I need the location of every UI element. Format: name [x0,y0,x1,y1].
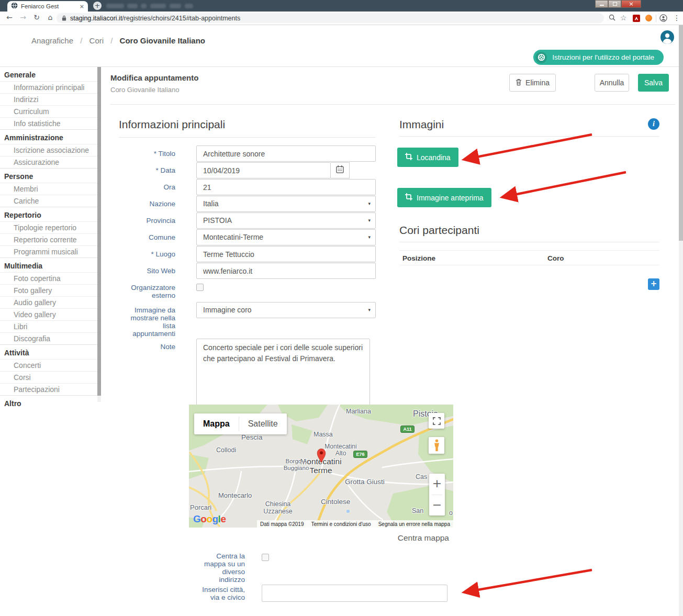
user-avatar[interactable] [660,30,674,44]
map-marker-icon[interactable] [316,447,327,463]
sidebar-item-repertorio-corrente[interactable]: Repertorio corrente [0,233,97,245]
sito-web-input[interactable] [196,263,376,279]
bookmark-star-icon[interactable]: ☆ [620,14,627,22]
luogo-input[interactable] [196,246,376,262]
sidebar-item-assicurazione[interactable]: Assicurazione [0,156,97,168]
sidebar-item-audio-gallery[interactable]: Audio gallery [0,296,97,308]
comune-select[interactable]: Montecatini-Terme▾ [196,229,376,245]
orange-extension-icon[interactable] [645,15,652,21]
maximize-button[interactable] [608,0,621,8]
sidebar-item-corsi[interactable]: Corsi [0,371,97,383]
new-tab-button[interactable]: + [93,2,102,10]
sidebar-item-tipologie-repertorio[interactable]: Tipologie repertorio [0,221,97,233]
sidebar-item-programmi-musicali[interactable]: Programmi musicali [0,245,97,257]
fullscreen-button[interactable] [429,413,444,429]
map-label: San [412,507,423,514]
images-panel: Immagini i Locandina Immagine anteprima … [399,118,659,137]
sidebar-item-membri[interactable]: Membri [0,183,97,195]
forward-icon[interactable]: → [18,13,28,21]
sidebar-item-informazioni-principali[interactable]: Informazioni principali [0,81,97,93]
minimize-button[interactable] [595,0,608,8]
sidebar-nav: Generale Informazioni principali Indiriz… [0,67,97,410]
map-label: Cas [416,473,427,480]
map-report-error-link[interactable]: Segnala un errore nella mappa [378,521,450,527]
sidebar-item-cariche[interactable]: Cariche [0,195,97,207]
blurred-tab-item [170,4,181,8]
sidebar-item-foto-copertina[interactable]: Foto copertina [0,272,97,284]
sidebar-item-partecipazioni[interactable]: Partecipazioni [0,383,97,395]
breadcrumb: Anagrafiche / Cori / Coro Giovanile Ital… [31,36,205,45]
breadcrumb-anagrafiche[interactable]: Anagrafiche [31,36,73,45]
help-banner-button[interactable]: Istruzioni per l'utilizzo del portale [533,50,664,65]
sidebar-section-repertorio: Repertorio [0,207,97,221]
map-type-satellite[interactable]: Satellite [239,413,287,434]
sidebar-item-video-gallery[interactable]: Video gallery [0,308,97,320]
breadcrumb-cori[interactable]: Cori [89,36,104,45]
immagine-anteprima-button[interactable]: Immagine anteprima [397,188,491,207]
map-label: Massa [313,431,333,438]
calendar-button[interactable] [331,162,350,178]
google-map[interactable]: Marliana Pistoia Pescia Massa Collodi Mo… [189,405,453,528]
road-shield: E76 [353,451,367,458]
street-view-pegman-icon[interactable] [429,437,444,454]
map-label: Montecatini Alto [324,443,356,457]
sidebar-item-discografia[interactable]: Discografia [0,332,97,344]
close-window-button[interactable]: × [621,0,641,8]
home-icon[interactable]: ⌂ [45,13,55,21]
titolo-input[interactable] [196,145,376,162]
profile-icon[interactable] [659,14,667,24]
map-terms-link[interactable]: Termini e condizioni d'uso [311,521,371,527]
url-text: staging.italiacori.it/registries/choirs/… [70,15,240,22]
tab-close-icon[interactable]: × [80,3,84,10]
sidebar-scrollbar-thumb[interactable] [97,67,101,396]
sidebar-item-indirizzi[interactable]: Indirizzi [0,93,97,105]
sidebar-section-attivita: Attività [0,344,97,359]
blurred-tab-item [141,4,147,8]
sidebar-item-iscrizione-associazione[interactable]: Iscrizione associazione [0,144,97,156]
sidebar-item-libri[interactable]: Libri [0,320,97,332]
toolbar-separator [656,15,656,22]
locandina-button[interactable]: Locandina [397,148,458,167]
add-participant-button[interactable]: + [648,278,659,290]
titolo-label: * Titolo [119,145,175,158]
images-title: Immagini [399,118,444,131]
zoom-in-button[interactable]: + [429,474,445,495]
map-attribution: Dati mappa ©2019 Termini e condizioni d'… [257,520,453,528]
sidebar-scrollbar[interactable] [97,67,101,402]
sidebar-item-info-statistiche[interactable]: Info statistiche [0,117,97,129]
chrome-menu-icon[interactable]: ⋮ [673,14,680,22]
zoom-out-button[interactable]: − [429,495,445,516]
provincia-select[interactable]: PISTOIA▾ [196,212,376,229]
breadcrumb-current: Coro Giovanile Italiano [120,36,205,45]
ora-input[interactable] [196,179,376,195]
map-type-mappa[interactable]: Mappa [194,413,239,434]
adobe-extension-icon[interactable] [633,15,640,22]
data-input[interactable] [196,162,331,178]
delete-button[interactable]: Elimina [509,74,556,92]
google-logo: Google [193,513,226,525]
immagine-lista-select[interactable]: Immagine coro▾ [196,302,376,318]
header-divider [0,66,683,67]
page-scrollbar-thumb[interactable] [679,25,683,241]
info-icon[interactable]: i [648,118,659,130]
lifebuoy-icon [535,52,547,63]
organizzatore-esterno-label: Organizzatore esterno [119,279,175,299]
section-divider [110,104,675,105]
browser-tab[interactable]: Feniarco Gest × [7,1,88,12]
url-bar[interactable]: staging.italiacori.it/registries/choirs/… [57,13,604,23]
note-textarea[interactable]: Concerto speciale per i cori delle scuol… [196,339,370,412]
nazione-select[interactable]: Italia▾ [196,196,376,212]
sidebar-item-curriculum[interactable]: Curriculum [0,105,97,117]
organizzatore-esterno-checkbox[interactable] [196,284,204,291]
zoom-page-icon[interactable] [609,14,615,23]
sidebar-item-concerti[interactable]: Concerti [0,359,97,371]
reload-icon[interactable]: ↻ [31,13,42,21]
chevron-down-icon: ▾ [368,196,371,211]
cancel-button[interactable]: Annulla [595,74,629,92]
indirizzo-input[interactable] [262,585,447,602]
back-icon[interactable]: ← [4,13,15,21]
sidebar-item-foto-gallery[interactable]: Foto gallery [0,284,97,296]
save-button[interactable]: Salva [638,74,669,92]
centra-mappa-checkbox[interactable] [262,554,269,561]
blurred-tab-item [150,4,166,8]
